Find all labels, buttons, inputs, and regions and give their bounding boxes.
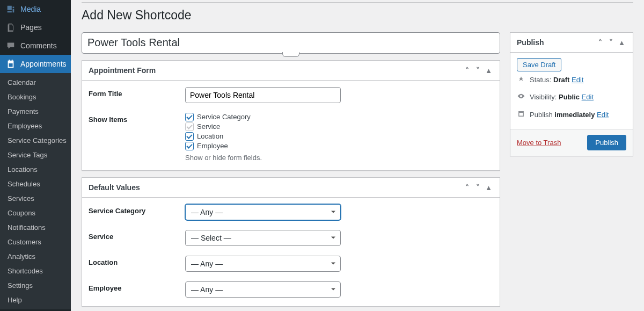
calendar-icon <box>5 59 16 69</box>
checkbox-input <box>185 122 194 131</box>
save-draft-button[interactable]: Save Draft <box>517 58 561 71</box>
sidebar-item-label: Pages <box>20 23 42 32</box>
pages-icon <box>5 22 16 33</box>
location-select[interactable]: — Any — <box>185 256 341 272</box>
sidebar-item-label: Comments <box>20 41 57 50</box>
edit-visibility-link[interactable]: Edit <box>582 93 594 101</box>
location-label: Location <box>89 256 185 272</box>
schedule-row: Publish immediately Edit <box>517 106 626 124</box>
service-category-select[interactable]: — Any — <box>185 204 341 220</box>
employee-select[interactable]: — Any — <box>185 281 341 298</box>
show-items-hint: Show or hide form fields. <box>185 154 341 162</box>
checkbox-label: Employee <box>197 142 228 150</box>
submenu-item-customers[interactable]: Customers <box>0 235 71 249</box>
employee-label: Employee <box>89 281 185 298</box>
submenu-item-analytics[interactable]: Analytics <box>0 249 71 264</box>
admin-sidebar: Media Pages Comments Appointments Calend… <box>0 0 71 311</box>
panel-move-up-icon[interactable]: ˄ <box>595 37 605 48</box>
checkbox-input[interactable] <box>185 132 194 141</box>
pin-icon <box>517 76 525 84</box>
panel-title: Default Values <box>89 183 140 192</box>
checkbox-label: Service Category <box>197 113 251 121</box>
submenu-item-shortcodes[interactable]: Shortcodes <box>0 264 71 278</box>
submenu-item-settings[interactable]: Settings <box>0 278 71 293</box>
appointments-submenu: Calendar Bookings Payments Employees Ser… <box>0 73 71 309</box>
calendar-icon <box>517 110 525 119</box>
status-row: Status: Draft Edit <box>517 71 626 88</box>
submenu-item-service-tags[interactable]: Service Tags <box>0 148 71 162</box>
sidebar-item-comments[interactable]: Comments <box>0 37 71 55</box>
page-title: Add New Shortcode <box>82 3 633 26</box>
checkbox-label: Service <box>197 122 220 131</box>
show-employee-checkbox[interactable]: Employee <box>185 142 341 150</box>
submenu-item-schedules[interactable]: Schedules <box>0 177 71 191</box>
panel-title: Appointment Form <box>89 66 156 75</box>
submenu-item-calendar[interactable]: Calendar <box>0 75 71 90</box>
panel-move-down-icon[interactable]: ˅ <box>606 37 616 48</box>
panel-toggle-icon[interactable]: ▴ <box>617 37 626 48</box>
publish-button[interactable]: Publish <box>587 135 626 150</box>
main-content: Add New Shortcode Appointment Form ˄ ˅ ▴ <box>71 0 644 311</box>
form-title-input[interactable] <box>185 87 341 103</box>
panel-move-down-icon[interactable]: ˅ <box>473 65 482 76</box>
panel-move-down-icon[interactable]: ˅ <box>473 182 482 193</box>
visibility-row: Visibility: Public Edit <box>517 88 626 106</box>
panel-move-up-icon[interactable]: ˄ <box>462 182 472 193</box>
submenu-item-help[interactable]: Help <box>0 293 71 307</box>
sidebar-item-pages[interactable]: Pages <box>0 18 71 37</box>
show-service-checkbox: Service <box>185 122 341 131</box>
panel-toggle-icon[interactable]: ▴ <box>484 65 493 76</box>
edit-status-link[interactable]: Edit <box>572 76 583 84</box>
submenu-item-service-categories[interactable]: Service Categories <box>0 133 71 148</box>
checkbox-label: Location <box>197 132 223 140</box>
sidebar-item-label: Media <box>20 5 41 13</box>
show-service-category-checkbox[interactable]: Service Category <box>185 113 341 121</box>
submenu-item-employees[interactable]: Employees <box>0 119 71 133</box>
sidebar-item-label: Appointments <box>20 60 67 68</box>
submenu-item-locations[interactable]: Locations <box>0 162 71 177</box>
sidebar-item-media[interactable]: Media <box>0 0 71 18</box>
panel-move-up-icon[interactable]: ˄ <box>462 65 472 76</box>
submenu-item-coupons[interactable]: Coupons <box>0 206 71 220</box>
shortcode-title-input[interactable] <box>82 32 500 54</box>
show-location-checkbox[interactable]: Location <box>185 132 341 141</box>
service-label: Service <box>89 230 185 246</box>
submenu-item-bookings[interactable]: Bookings <box>0 90 71 104</box>
submenu-item-services[interactable]: Services <box>0 191 71 206</box>
service-category-label: Service Category <box>89 204 185 220</box>
sidebar-item-appointments[interactable]: Appointments <box>0 55 71 73</box>
show-items-label: Show Items <box>89 113 185 162</box>
checkbox-input[interactable] <box>185 142 194 150</box>
panel-toggle-icon[interactable]: ▴ <box>484 182 493 193</box>
edit-schedule-link[interactable]: Edit <box>597 111 609 119</box>
panel-title: Publish <box>517 38 544 47</box>
publish-panel: Publish ˄ ˅ ▴ Save Draft <box>510 32 633 156</box>
submenu-item-payments[interactable]: Payments <box>0 104 71 119</box>
default-values-panel: Default Values ˄ ˅ ▴ Service Category <box>82 177 500 307</box>
eye-icon <box>517 92 525 102</box>
checkbox-input[interactable] <box>185 113 194 121</box>
form-title-label: Form Title <box>89 87 185 103</box>
comments-icon <box>5 40 16 51</box>
submenu-item-notifications[interactable]: Notifications <box>0 220 71 235</box>
appointment-form-panel: Appointment Form ˄ ˅ ▴ Form Title <box>82 60 500 171</box>
service-select[interactable]: — Select — <box>185 230 341 246</box>
move-to-trash-link[interactable]: Move to Trash <box>517 139 561 147</box>
media-icon <box>5 4 16 15</box>
